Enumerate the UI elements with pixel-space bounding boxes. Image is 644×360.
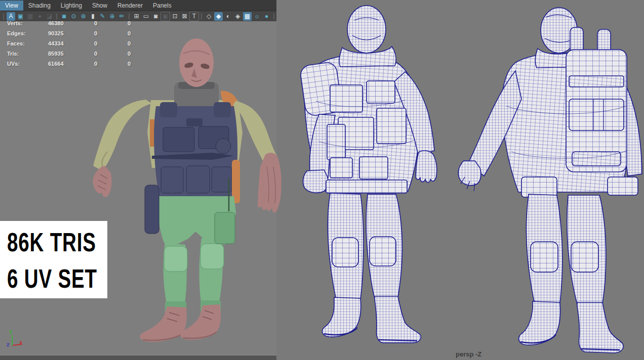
thigh-radio-pouch <box>215 212 235 244</box>
character-left-arm[interactable] <box>93 100 152 197</box>
y-axis-label: y <box>9 328 12 334</box>
hud-row-faces: Faces: 44334 0 0 <box>0 40 152 51</box>
textured-display-icon[interactable]: ◈ <box>233 12 242 21</box>
film-gate-icon[interactable]: ▭ <box>142 12 150 21</box>
viewport-toolbar: A▣▦●◪◙⊙⊛▮✎⊕✏⊞▭◙▣⊡⊠T◇◆◐◈▩☼● <box>0 11 276 21</box>
bookmark-icon[interactable]: ▮ <box>89 12 97 21</box>
grease-pencil-icon[interactable]: ✏ <box>117 12 126 21</box>
menu-lighting[interactable]: Lighting <box>56 1 87 11</box>
toolbar-divider <box>201 13 202 20</box>
panel-menubar: View Shading Lighting Show Renderer Pane… <box>0 0 276 11</box>
annotation-overlay: 86K TRIS 6 UV SET <box>0 221 107 298</box>
gate-mask-icon[interactable]: ▣ <box>161 12 170 21</box>
selection-highlight-icon[interactable]: A <box>7 12 15 21</box>
wireframe-on-shaded-icon[interactable]: ◐ <box>224 12 232 21</box>
toolbar-divider <box>56 13 57 20</box>
character-right-hand <box>258 153 281 213</box>
wireframe-front-view[interactable] <box>299 6 436 343</box>
toolbar-divider <box>129 13 130 20</box>
axis-gizmo: y x z <box>0 326 35 354</box>
menu-shading[interactable]: Shading <box>23 1 56 11</box>
paint-select-icon[interactable]: ● <box>35 12 44 21</box>
resolution-gate-icon[interactable]: ◙ <box>151 12 160 21</box>
hud-row-uvs: UVs: 61664 0 0 <box>0 61 152 71</box>
field-chart-icon[interactable]: ⊡ <box>171 12 179 21</box>
maya-viewport-composite: View Shading Lighting Show Renderer Pane… <box>0 0 644 360</box>
thigh-holster <box>145 185 159 234</box>
wireframe-display-icon[interactable]: ◇ <box>205 12 213 21</box>
hud-row-edges: Edges: 90325 0 0 <box>0 30 152 40</box>
orange-strap-left <box>150 119 154 147</box>
overlay-line-uv: 6 UV SET <box>7 263 97 294</box>
character-pants[interactable] <box>158 178 236 314</box>
character-left-hand <box>93 166 111 197</box>
menu-show[interactable]: Show <box>87 1 112 11</box>
image-plane-icon[interactable]: ✎ <box>98 12 107 21</box>
camera-label: persp -Z <box>456 350 481 358</box>
camera-attributes-icon[interactable]: ⊛ <box>79 12 88 21</box>
camera-lock-icon[interactable]: ⊙ <box>69 12 78 21</box>
wireframe-canvas[interactable] <box>276 0 644 360</box>
shaded-character-model[interactable] <box>0 21 314 355</box>
window-bottom-edge <box>0 355 276 360</box>
marquee-select-icon[interactable]: ▣ <box>16 12 25 21</box>
safe-action-icon[interactable]: ⊠ <box>180 12 189 21</box>
safe-title-icon[interactable]: T <box>190 12 198 21</box>
toolbar-divider <box>3 13 4 20</box>
wireframe-back-view[interactable] <box>458 8 642 353</box>
y-axis-line <box>12 335 13 345</box>
poly-count-hud: Verts: 46380 0 0 Edges: 90325 0 0 Faces:… <box>0 20 152 71</box>
character-head[interactable] <box>179 38 214 87</box>
grid-toggle-icon[interactable]: ⊞ <box>132 12 141 21</box>
default-material-icon[interactable]: ▩ <box>243 12 252 21</box>
hud-row-verts: Verts: 46380 0 0 <box>0 20 152 30</box>
pan-zoom-icon[interactable]: ⊕ <box>108 12 116 21</box>
lighting-icon[interactable]: ☼ <box>253 12 261 21</box>
character-boots[interactable] <box>140 304 221 342</box>
x-axis-label: x <box>19 339 22 345</box>
shadows-icon[interactable]: ● <box>262 12 271 21</box>
select-overlay-icon[interactable]: ◪ <box>45 12 54 21</box>
hud-row-tris: Tris: 85935 0 0 <box>0 51 152 61</box>
smooth-shade-icon[interactable]: ◆ <box>214 12 223 21</box>
lasso-select-icon[interactable]: ▦ <box>26 12 34 21</box>
camera-icon[interactable]: ◙ <box>60 12 68 21</box>
z-axis-label: z <box>7 341 10 347</box>
shaded-viewport[interactable]: View Shading Lighting Show Renderer Pane… <box>0 0 276 360</box>
wireframe-viewport[interactable]: persp -Z <box>276 0 644 360</box>
overlay-line-tris: 86K TRIS <box>7 227 96 258</box>
menu-panels[interactable]: Panels <box>148 1 177 11</box>
menu-renderer[interactable]: Renderer <box>112 1 148 11</box>
menu-view[interactable]: View <box>0 1 23 11</box>
toolbar-divider <box>273 13 274 20</box>
